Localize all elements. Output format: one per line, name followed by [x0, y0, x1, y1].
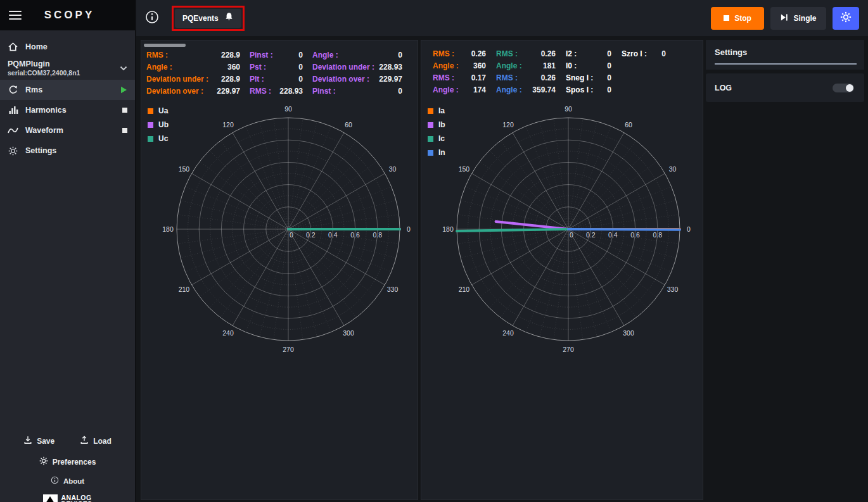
stop-label: Stop: [734, 14, 751, 23]
stat-cell: Deviation under :228.93: [312, 63, 402, 72]
single-button[interactable]: Single: [770, 7, 826, 30]
sidebar-item-settings[interactable]: Settings: [0, 141, 135, 161]
sidebar-footer: Save Load Preferences About: [0, 436, 135, 502]
svg-text:30: 30: [389, 165, 397, 173]
preferences-label: Preferences: [53, 458, 96, 467]
log-toggle[interactable]: [833, 84, 854, 92]
log-card: LOG: [706, 73, 864, 102]
plugin-label: PQMPlugin: [8, 60, 80, 68]
app-logo: SCOPY: [22, 9, 117, 22]
run-play-icon[interactable]: [120, 86, 127, 94]
stat-cell: Angle :174: [433, 85, 486, 94]
stat-cell: I2 :0: [566, 49, 611, 58]
svg-text:180: 180: [162, 225, 174, 233]
load-upload-icon: [80, 436, 89, 446]
settings-gear-button[interactable]: [833, 7, 859, 30]
svg-text:120: 120: [222, 121, 234, 129]
settings-underline: [715, 63, 857, 65]
svg-text:210: 210: [179, 286, 190, 293]
svg-text:0: 0: [290, 231, 293, 239]
stat-cell: Pst :0: [250, 63, 303, 72]
stat-cell: RMS :0.17: [433, 73, 486, 82]
svg-text:90: 90: [284, 105, 292, 113]
save-button[interactable]: Save: [23, 436, 54, 446]
settings-header: Settings: [706, 40, 864, 70]
rms-icon: [8, 85, 18, 95]
svg-text:0.8: 0.8: [653, 231, 662, 239]
svg-text:240: 240: [222, 329, 234, 337]
svg-text:150: 150: [459, 165, 470, 173]
svg-text:240: 240: [502, 329, 514, 337]
svg-text:120: 120: [502, 121, 514, 129]
svg-text:150: 150: [179, 165, 190, 173]
stat-cell: RMS :0.26: [496, 73, 556, 82]
log-label: LOG: [715, 84, 732, 92]
svg-text:0: 0: [570, 231, 573, 239]
current-polar-chart: 030609012015018021024027030033000.20.40.…: [425, 95, 703, 366]
single-label: Single: [793, 14, 816, 23]
svg-text:270: 270: [283, 346, 294, 353]
svg-text:300: 300: [343, 329, 354, 337]
stat-cell: Szro I :0: [622, 49, 666, 58]
stat-cell: Pinst :0: [312, 87, 402, 96]
stopped-square-icon[interactable]: [122, 108, 127, 113]
stat-cell: Pinst :0: [250, 51, 303, 60]
sidebar-nav: Home PQMPlugin serial:COM37,2400,8n1 Rms: [0, 30, 135, 161]
svg-text:0.6: 0.6: [630, 231, 640, 239]
sidebar-item-label: Harmonics: [25, 106, 67, 115]
current-panel: RMS :0.26RMS :0.26I2 :0Szro I :0Angle :3…: [421, 40, 703, 500]
svg-text:90: 90: [565, 105, 572, 113]
sidebar-item-pqmplugin[interactable]: PQMPlugin serial:COM37,2400,8n1: [0, 57, 135, 80]
gear-icon: [840, 11, 852, 25]
phasor-In: [568, 229, 680, 230]
toggle-knob: [846, 84, 853, 92]
svg-text:0: 0: [407, 225, 411, 233]
stop-button[interactable]: Stop: [711, 7, 764, 30]
svg-text:30: 30: [669, 165, 677, 173]
stat-cell: Angle :360: [433, 61, 486, 70]
preferences-gear-icon: [39, 456, 48, 467]
plugin-serial: serial:COM37,2400,8n1: [8, 68, 80, 77]
pqevents-button[interactable]: PQEvents: [175, 9, 241, 28]
sidebar-item-label: Waveform: [25, 126, 63, 135]
stat-cell: RMS :0.26: [496, 49, 556, 58]
waveform-sine-icon: [8, 126, 18, 135]
pqevents-label: PQEvents: [182, 14, 219, 23]
stat-cell: Deviation over :229.97: [312, 75, 402, 84]
stat-cell: Deviation under :228.9: [146, 75, 240, 84]
chevron-down-icon[interactable]: [120, 66, 127, 71]
stopped-square-icon[interactable]: [122, 128, 127, 133]
stat-cell: Angle :359.74: [496, 85, 556, 94]
sidebar-item-label: Settings: [25, 146, 56, 155]
svg-text:0.4: 0.4: [608, 231, 618, 239]
about-info-icon: [51, 476, 59, 486]
svg-text:0.8: 0.8: [373, 231, 382, 239]
svg-text:0.2: 0.2: [306, 231, 316, 239]
sidebar-item-home[interactable]: Home: [0, 37, 135, 57]
sidebar-item-label: Home: [25, 42, 48, 51]
voltage-polar-chart: 030609012015018021024027030033000.20.40.…: [145, 95, 418, 366]
stat-cell: RMS :228.9: [146, 51, 240, 60]
scrollbar-handle[interactable]: [144, 44, 186, 47]
sidebar-item-harmonics[interactable]: Harmonics: [0, 100, 135, 120]
load-button[interactable]: Load: [80, 436, 112, 446]
sidebar-item-rms[interactable]: Rms: [0, 80, 135, 100]
stat-cell: RMS :0.26: [433, 49, 486, 58]
settings-panel: Settings LOG: [706, 40, 864, 500]
stat-cell: Sneg I :0: [566, 73, 611, 82]
stat-cell: Angle :360: [146, 63, 240, 72]
analog-devices-logo: ANALOG DEVICES: [0, 494, 135, 502]
svg-text:0.2: 0.2: [586, 231, 596, 239]
about-button[interactable]: About: [51, 476, 84, 486]
menu-icon[interactable]: [9, 11, 22, 20]
sidebar-item-waveform[interactable]: Waveform: [0, 120, 135, 141]
svg-text:330: 330: [667, 286, 679, 293]
voltage-stats: RMS :228.9Pinst :0Angle :0Angle :360Pst …: [141, 41, 418, 96]
stat-cell: I0 :0: [566, 61, 611, 70]
settings-title: Settings: [715, 47, 857, 57]
preferences-button[interactable]: Preferences: [39, 456, 96, 467]
info-button[interactable]: [145, 10, 159, 26]
stat-cell: Angle :0: [312, 51, 402, 60]
gear-icon: [8, 146, 18, 156]
harmonics-bars-icon: [8, 105, 18, 115]
